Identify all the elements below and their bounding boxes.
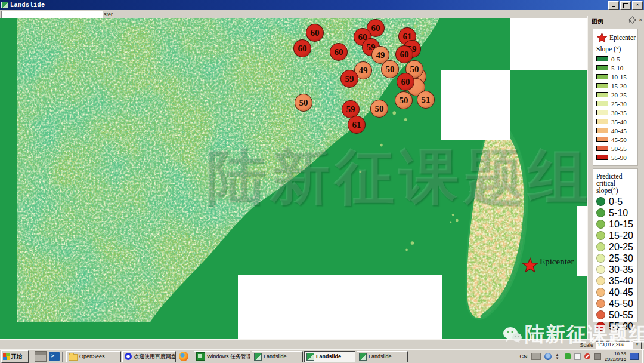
slope-class-row: 5-10 xyxy=(596,63,636,72)
messenger-tray-icon[interactable] xyxy=(544,353,552,360)
taskbar-button-label: Landslide xyxy=(264,353,287,359)
critical-range-label: 5-10 xyxy=(609,208,628,219)
critical-range-label: 30-35 xyxy=(609,264,633,275)
critical-class-row: 5-10 xyxy=(596,207,636,219)
landslide-marker[interactable]: 60 xyxy=(293,39,311,57)
corner-watermark: 陆新征课题组 xyxy=(502,321,644,348)
critical-class-row: 0-5 xyxy=(596,196,636,207)
slope-swatch xyxy=(596,65,608,70)
slope-range-label: 55-90 xyxy=(611,154,627,161)
critical-class-row: 20-25 xyxy=(596,241,636,253)
landslide-icon xyxy=(359,353,367,361)
taskbar-button-label: 欢迎使用百度网盘 xyxy=(134,353,176,361)
slope-swatch xyxy=(596,83,608,88)
blocked-tray-icon[interactable] xyxy=(584,353,590,359)
firefox-icon xyxy=(179,352,188,361)
slope-swatch xyxy=(596,146,608,151)
show-hidden-icons-arrows[interactable]: ▲▼ xyxy=(555,353,559,360)
slope-range-label: 35-40 xyxy=(611,118,627,125)
critical-class-row: 45-50 xyxy=(596,298,636,309)
landslide-marker[interactable]: 50 xyxy=(295,94,312,112)
critical-range-label: 10-15 xyxy=(609,219,633,230)
slope-swatch xyxy=(596,74,608,79)
critical-swatch xyxy=(596,288,605,297)
taskbar-button-landslide[interactable]: Landslide xyxy=(304,351,355,362)
critical-range-label: 15-20 xyxy=(609,230,633,241)
slope-class-row: 45-50 xyxy=(596,135,636,144)
corner-watermark-text: 陆新征课题组 xyxy=(525,321,644,348)
landslide-marker[interactable]: 60 xyxy=(306,24,324,42)
critical-range-label: 25-30 xyxy=(609,253,633,264)
legend-panel-header[interactable]: 图例 × xyxy=(588,16,644,26)
slope-class-row: 50-55 xyxy=(596,144,636,153)
gpu-tray-icon[interactable] xyxy=(594,353,601,360)
start-button[interactable]: 开始 xyxy=(1,350,29,363)
landslide-marker[interactable]: 60 xyxy=(330,43,348,61)
critical-swatch xyxy=(596,254,605,263)
panel-close-icon[interactable]: × xyxy=(639,18,642,23)
slope-class-row: 0-5 xyxy=(596,54,636,63)
slope-class-row: 35-40 xyxy=(596,117,636,126)
critical-swatch xyxy=(596,242,605,251)
language-indicator[interactable]: CN xyxy=(519,353,527,359)
taskbar: 开始 >_ OpenSees欢迎使用百度网盘Windows 任务管理器Lands… xyxy=(0,349,644,363)
flag-tray-icon[interactable] xyxy=(574,353,581,360)
landslide-marker[interactable]: 60 xyxy=(397,73,414,91)
critical-class-row: 30-35 xyxy=(596,264,636,275)
application-window: Landslide × ster xyxy=(0,0,644,363)
landslide-marker[interactable]: 51 xyxy=(417,91,435,109)
taskbar-separator xyxy=(62,352,64,362)
critical-class-row: 10-15 xyxy=(596,219,636,230)
folder-icon xyxy=(69,354,78,361)
landslide-marker[interactable]: 61 xyxy=(348,116,366,134)
taskbar-button-landslide[interactable]: Landslide xyxy=(357,351,408,362)
taskbar-button-欢迎使用百度网盘[interactable]: 欢迎使用百度网盘 xyxy=(122,351,176,362)
taskbar-button-firefox[interactable] xyxy=(177,351,193,362)
epicenter-marker[interactable]: Epicenter xyxy=(522,257,574,273)
slope-class-row: 15-20 xyxy=(596,81,636,90)
marker-layer: 6060606160595960604949505059605050515950… xyxy=(0,0,644,363)
critical-swatch xyxy=(596,220,605,229)
map-canvas[interactable]: 陆新征课题组 606060616059596060494950505960505… xyxy=(0,18,644,339)
taskbar-separator xyxy=(30,352,32,362)
critical-class-row: 50-55 xyxy=(596,309,636,321)
slope-range-label: 30-35 xyxy=(611,109,627,116)
tray-icon-area: 16:39 2022/9/16 xyxy=(561,350,643,363)
printer-tray-icon[interactable] xyxy=(531,353,541,360)
landslide-marker[interactable]: 50 xyxy=(395,91,413,109)
taskbar-button-opensees[interactable]: OpenSees xyxy=(66,351,121,362)
taskbar-button-landslide[interactable]: Landslide xyxy=(252,351,303,362)
taskbar-clock[interactable]: 16:39 2022/9/16 xyxy=(605,351,626,362)
slope-swatch xyxy=(596,56,608,61)
critical-range-label: 0-5 xyxy=(609,196,623,207)
network-tray-icon[interactable] xyxy=(630,353,639,360)
system-tray: CN ▲▼ 16:39 2022/9/16 xyxy=(517,350,644,363)
taskbar-button-windows-任务管理器[interactable]: Windows 任务管理器 xyxy=(194,351,250,362)
critical-swatch xyxy=(596,197,605,206)
legend-panel-title: 图例 xyxy=(592,17,603,26)
slope-range-label: 45-50 xyxy=(611,136,627,143)
critical-class-row: 25-30 xyxy=(596,253,636,264)
slope-swatch xyxy=(596,119,608,124)
antivirus-tray-icon[interactable] xyxy=(565,353,571,359)
device-quicklaunch-icon[interactable] xyxy=(35,351,47,362)
critical-range-label: 50-55 xyxy=(609,310,633,321)
taskbar-button-label: Landslide xyxy=(316,353,341,359)
slope-class-row: 40-45 xyxy=(596,126,636,135)
taskbar-buttons: OpenSees欢迎使用百度网盘Windows 任务管理器LandslideLa… xyxy=(66,351,408,362)
legend-star-icon xyxy=(596,32,608,44)
landslide-icon xyxy=(254,353,262,361)
landslide-marker[interactable]: 59 xyxy=(340,70,358,88)
slope-class-row: 25-30 xyxy=(596,99,636,108)
critical-swatch xyxy=(596,299,605,308)
landslide-marker[interactable]: 50 xyxy=(370,100,388,118)
slope-swatch xyxy=(596,155,608,160)
slope-swatch xyxy=(596,92,608,97)
legend-epicenter-label: Epicenter xyxy=(609,34,636,41)
slope-swatch xyxy=(596,137,608,142)
powershell-quicklaunch-icon[interactable]: >_ xyxy=(49,352,60,361)
pin-icon[interactable] xyxy=(628,16,636,24)
critical-range-label: 20-25 xyxy=(609,242,633,253)
windows-flag-icon xyxy=(3,353,10,360)
landslide-marker[interactable]: 50 xyxy=(381,60,399,78)
